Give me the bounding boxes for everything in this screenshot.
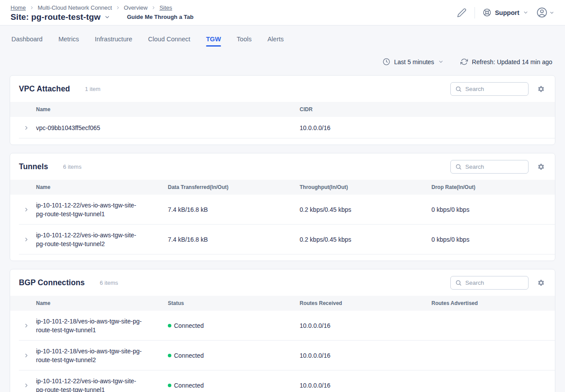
search-icon bbox=[455, 279, 462, 286]
search-box bbox=[450, 276, 529, 290]
refresh-control[interactable]: Refresh: Updated 14 min ago bbox=[460, 58, 552, 65]
search-icon bbox=[455, 163, 462, 170]
row-name: ip-10-101-2-18/ves-io-aws-tgw-site-pg-ro… bbox=[36, 317, 154, 334]
tab-tools[interactable]: Tools bbox=[237, 36, 252, 47]
breadcrumb-separator-icon bbox=[29, 5, 34, 10]
breadcrumb-separator-icon bbox=[116, 5, 120, 10]
column-header: Drop Rate(In/Out) bbox=[431, 183, 555, 192]
row-cell: 7.4 kB/16.8 kB bbox=[168, 235, 300, 244]
table-row: ip-10-101-2-18/ves-io-aws-tgw-site-pg-ro… bbox=[10, 341, 555, 370]
breadcrumb: HomeMulti-Cloud Network ConnectOverviewS… bbox=[11, 4, 193, 11]
chevron-down-icon bbox=[523, 10, 529, 15]
row-cell: 0 kbps/0 kbps bbox=[431, 205, 555, 214]
avatar-icon bbox=[536, 7, 547, 18]
app-header: HomeMulti-Cloud Network ConnectOverviewS… bbox=[0, 0, 565, 25]
table-row: ip-10-101-2-18/ves-io-aws-tgw-site-pg-ro… bbox=[10, 311, 555, 341]
edit-pen-icon[interactable] bbox=[457, 8, 467, 18]
search-input[interactable] bbox=[465, 279, 524, 286]
support-menu[interactable]: Support bbox=[483, 8, 529, 17]
row-name: ip-10-101-12-22/ves-io-aws-tgw-site-pg-r… bbox=[36, 377, 154, 392]
row-expand-chevron-icon[interactable] bbox=[10, 207, 36, 213]
table-header-row: NameStatusRoutes ReceivedRoutes Advertis… bbox=[10, 296, 555, 311]
header-right: Support bbox=[457, 7, 554, 18]
breadcrumb-link-overview[interactable]: Overview bbox=[124, 4, 148, 11]
row-expand-chevron-icon[interactable] bbox=[10, 323, 36, 329]
time-range-selector[interactable]: Last 5 minutes bbox=[383, 58, 444, 65]
search-icon bbox=[455, 86, 462, 92]
status-dot bbox=[168, 384, 171, 387]
refresh-icon bbox=[460, 58, 468, 65]
user-account-menu[interactable] bbox=[536, 7, 554, 18]
panel-title: Tunnels bbox=[19, 162, 48, 171]
column-header: Name bbox=[36, 183, 168, 192]
time-controls: Last 5 minutes Refresh: Updated 14 min a… bbox=[0, 58, 565, 65]
column-header: Routes Received bbox=[300, 299, 431, 308]
column-header: Routes Advertised bbox=[431, 299, 555, 308]
title-row: Site: pg-route-test-tgw Guide Me Through… bbox=[11, 12, 193, 22]
main-content: VPC Attached1 itemNameCIDRvpc-09bb1043ff… bbox=[0, 75, 565, 392]
row-name: ip-10-101-12-22/ves-io-aws-tgw-site-pg-r… bbox=[36, 201, 154, 218]
row-cell: 7.4 kB/16.8 kB bbox=[168, 205, 300, 214]
row-cell: 10.0.0.0/16 bbox=[300, 351, 431, 360]
chevron-down-icon bbox=[438, 59, 444, 65]
row-cell: 10.0.0.0/16 bbox=[300, 321, 431, 330]
table-header-row: NameCIDR bbox=[10, 102, 555, 117]
tab-alerts[interactable]: Alerts bbox=[268, 36, 284, 47]
row-cell: 0.2 kbps/0.45 kbps bbox=[300, 235, 431, 244]
status-badge: Connected bbox=[168, 381, 300, 390]
table-header-row: NameData Transferred(In/Out)Throughput(I… bbox=[10, 180, 555, 195]
page-title: Site: pg-route-test-tgw bbox=[11, 12, 101, 22]
panel-header-bgp-connections: BGP Connections6 items bbox=[10, 269, 555, 296]
time-range-label: Last 5 minutes bbox=[394, 58, 434, 65]
search-input[interactable] bbox=[465, 163, 524, 170]
row-expand-chevron-icon[interactable] bbox=[10, 125, 36, 131]
tab-tgw[interactable]: TGW bbox=[206, 36, 221, 47]
gear-icon[interactable] bbox=[537, 85, 545, 93]
breadcrumb-link-home[interactable]: Home bbox=[11, 4, 26, 11]
panel-title: BGP Connections bbox=[19, 278, 85, 287]
row-cell: 0 kbps/0 kbps bbox=[431, 235, 555, 244]
gear-icon[interactable] bbox=[537, 163, 545, 171]
status-dot bbox=[168, 324, 171, 327]
tab-metrics[interactable]: Metrics bbox=[58, 36, 79, 47]
breadcrumb-separator-icon bbox=[151, 5, 156, 10]
tab-infrastructure[interactable]: Infrastructure bbox=[95, 36, 132, 47]
search-input[interactable] bbox=[465, 86, 524, 92]
item-count: 6 items bbox=[100, 279, 118, 286]
support-label: Support bbox=[495, 9, 519, 16]
tab-cloud-connect[interactable]: Cloud Connect bbox=[148, 36, 190, 47]
panel-tunnels: Tunnels6 itemsNameData Transferred(In/Ou… bbox=[10, 153, 555, 261]
panel-title: VPC Attached bbox=[19, 84, 70, 94]
column-header: Data Transferred(In/Out) bbox=[168, 183, 300, 192]
breadcrumb-link-sites[interactable]: Sites bbox=[159, 4, 172, 11]
row-cell: 0.2 kbps/0.45 kbps bbox=[300, 205, 431, 214]
breadcrumb-link-multi-cloud-network-connect[interactable]: Multi-Cloud Network Connect bbox=[38, 4, 112, 11]
table-row: ip-10-101-12-22/ves-io-aws-tgw-site-pg-r… bbox=[10, 195, 555, 225]
panel-vpc-attached: VPC Attached1 itemNameCIDRvpc-09bb1043ff… bbox=[10, 75, 555, 145]
panel-header-tunnels: Tunnels6 items bbox=[10, 153, 555, 180]
item-count: 1 item bbox=[85, 86, 100, 92]
site-switcher-chevron-icon[interactable] bbox=[104, 14, 110, 20]
row-cell: 10.0.0.0/16 bbox=[300, 381, 431, 390]
tab-dashboard[interactable]: Dashboard bbox=[11, 36, 43, 47]
guide-me-button[interactable]: Guide Me Through a Tab bbox=[127, 14, 193, 20]
column-header: CIDR bbox=[300, 105, 555, 114]
row-cell: 10.0.0.0/16 bbox=[300, 123, 555, 132]
status-dot bbox=[168, 354, 171, 357]
panel-bgp-connections: BGP Connections6 itemsNameStatusRoutes R… bbox=[10, 269, 555, 392]
search-box bbox=[450, 160, 529, 174]
status-badge: Connected bbox=[168, 321, 300, 330]
gear-icon[interactable] bbox=[537, 279, 545, 287]
column-header: Name bbox=[36, 105, 300, 114]
row-name: ip-10-101-12-22/ves-io-aws-tgw-site-pg-r… bbox=[36, 231, 154, 248]
column-header: Status bbox=[168, 299, 300, 308]
clock-icon bbox=[383, 58, 390, 65]
row-name: ip-10-101-2-18/ves-io-aws-tgw-site-pg-ro… bbox=[36, 347, 154, 364]
column-header: Throughput(In/Out) bbox=[300, 183, 431, 192]
table-row: vpc-09bb1043ff5ecf06510.0.0.0/16 bbox=[10, 117, 555, 138]
item-count: 6 items bbox=[63, 163, 82, 170]
row-expand-chevron-icon[interactable] bbox=[10, 236, 36, 243]
row-expand-chevron-icon[interactable] bbox=[10, 352, 36, 359]
row-expand-chevron-icon[interactable] bbox=[10, 382, 36, 388]
header-divider bbox=[474, 7, 475, 18]
